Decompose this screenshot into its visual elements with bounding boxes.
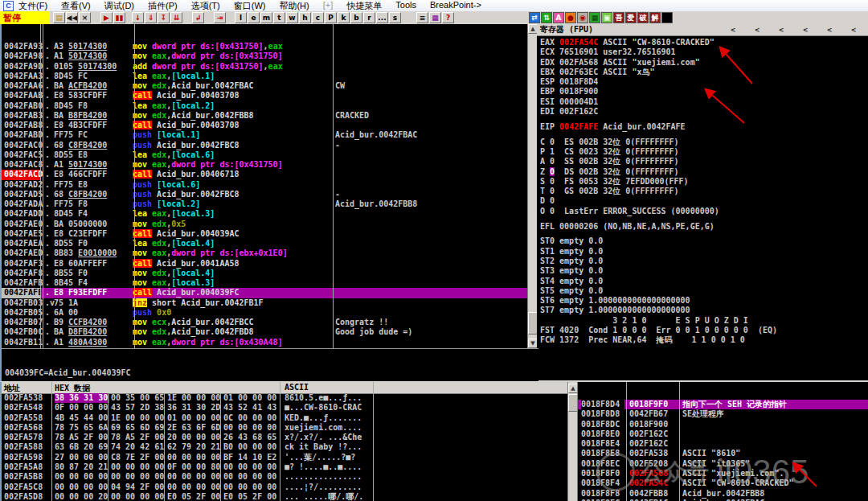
asm-row[interactable]: 0042FAEA.8D55 F0lea edx,[local.4] xyxy=(2,239,529,248)
dump-row[interactable]: 002FA5584B 45 44 001E 00 00 0001 00 00 0… xyxy=(2,413,569,423)
register-line[interactable]: ST4 empty 0.0 xyxy=(540,277,868,286)
column-divider[interactable] xyxy=(373,382,374,501)
dump-row[interactable]: 002FA53838 36 31 3000 35 00 651E 00 00 0… xyxy=(2,393,569,403)
menu-item-5[interactable]: 窗口(W) xyxy=(234,0,266,12)
asm-row[interactable]: 0042FACD.E8 466CFDFFcall Acid_bur.004067… xyxy=(2,170,529,179)
asm-row[interactable]: 0042FAF3.E8 60AFFEFFcall Acid_bur.0041AA… xyxy=(2,259,529,269)
register-line[interactable]: D 0 xyxy=(540,196,868,206)
toolbar-letter-h[interactable]: h xyxy=(299,12,311,23)
menu-item-6[interactable]: 帮助(H) xyxy=(279,0,309,12)
register-line[interactable]: EBP 0018F900 xyxy=(540,87,868,97)
info-pane[interactable]: 004039FC=Acid_bur.004039FC xyxy=(0,348,538,381)
column-divider[interactable] xyxy=(43,24,43,348)
asm-row[interactable]: 0042FABD.FF75 FCpush [local.1]Acid_bur.0… xyxy=(2,130,529,140)
toolbar-letter-k[interactable]: k xyxy=(338,12,350,23)
register-line[interactable]: C 0 ES 002B 32位 0(FFFFFFFF) xyxy=(540,138,868,147)
dump-row[interactable]: 002FA59827 00 00 00C8 7E 2F 0000 00 00 0… xyxy=(2,453,569,462)
menu-item-1[interactable]: 查看(V) xyxy=(61,0,91,12)
asm-row[interactable]: 0042FAF8.8B55 F0mov edx,[local.4] xyxy=(2,269,529,278)
toolbar-letter-w[interactable]: w xyxy=(286,12,298,23)
stack-row[interactable]: 0018F8E8002FA538ASCII "8610" xyxy=(578,449,868,458)
step-into-icon[interactable]: ↓ xyxy=(132,12,144,23)
asm-row[interactable]: 0042FB07.B9 CCFB4200mov ecx,Acid_bur.004… xyxy=(2,318,529,327)
registers-pane[interactable]: 寄存器 (FPU) <<<<<< EAX 002FA54C ASCII "CW-… xyxy=(537,24,868,380)
dump-row[interactable]: 002FA57878 A5 2F 0078 A5 2F 0020 00 00 0… xyxy=(2,433,569,442)
stack-row[interactable]: 0018F8E4002F162C xyxy=(578,439,868,449)
column-divider[interactable] xyxy=(51,382,52,501)
memory-dump-pane[interactable]: 地址 HEX 数据 ASCII 002FA53838 36 31 3000 35… xyxy=(0,382,569,501)
step-over-icon[interactable]: ⇓ xyxy=(145,12,157,23)
register-line[interactable]: O 0 LastErr ERROR_SUCCESS (00000000) xyxy=(540,207,868,216)
column-divider[interactable] xyxy=(40,24,41,348)
register-line[interactable]: EIP 0042FAFE Acid_bur.0042FAFE xyxy=(540,122,868,132)
register-line[interactable]: ST1 empty 0.0 xyxy=(540,247,868,257)
toolbar-letter-P[interactable]: P xyxy=(325,12,337,23)
fpu-switch-button[interactable]: < xyxy=(800,26,811,34)
fpu-switch-button[interactable]: < xyxy=(824,26,835,34)
black-box-icon[interactable] xyxy=(661,12,673,23)
asm-row[interactable]: 0042FAB3.BA B8FB4200mov edx,Acid_bur.004… xyxy=(2,111,529,121)
asm-row[interactable]: 0042FAD5.68 C8FB4200push Acid_bur.0042FB… xyxy=(2,190,529,199)
asm-row[interactable]: 0042FAE0.BA 05000000mov edx,0x5 xyxy=(2,220,529,229)
asm-row[interactable]: 0042FAFB.8B45 F4mov eax,[local.3] xyxy=(2,278,529,288)
toolbar-letter-l[interactable]: l xyxy=(235,12,247,23)
stack-row[interactable]: 0018F8F80042FBB8Acid_bur.0042FBB8 xyxy=(578,489,868,499)
stack-row[interactable]: 0018F8EC002F5208ASCII "it0365" xyxy=(578,459,868,469)
register-line[interactable]: ECX 76516901 user32.76516901 xyxy=(540,47,868,57)
asm-row[interactable]: 0042FAFE.E8 F93EFDFFcall Acid_bur.004039… xyxy=(2,288,529,298)
column-divider[interactable] xyxy=(108,393,108,501)
stack-pane[interactable]: 0018F8D40018F9F0指向下一个 SEH 记录的指针0018F8D80… xyxy=(577,382,868,501)
column-divider[interactable] xyxy=(626,382,627,501)
column-divider[interactable] xyxy=(280,382,280,501)
asm-row[interactable]: 0042FB05.6A 00push 0x0 xyxy=(2,308,529,318)
asm-row[interactable]: 0042FAE5.E8 C23EFDFFcall Acid_bur.004039… xyxy=(2,229,529,239)
target-plugin-icon[interactable]: ◉ xyxy=(577,12,588,23)
asm-row[interactable]: 0042FA98.A1 50174300mov eax,dword ptr ds… xyxy=(2,51,529,61)
asm-row[interactable]: 0042FB0C.BA D8FB4200mov edx,Acid_bur.004… xyxy=(2,327,529,337)
register-line[interactable]: ST3 empty 0.0 xyxy=(540,266,868,276)
windows-list-icon[interactable]: ▦ xyxy=(429,12,441,23)
register-line[interactable]: 3 2 1 0 E S P U O Z D I xyxy=(540,316,868,326)
help-icon[interactable]: ? xyxy=(442,12,454,23)
register-line[interactable]: A 0 SS 002B 32位 0(FFFFFFFF) xyxy=(540,157,868,166)
menu-item-4[interactable]: 选项(T) xyxy=(191,0,220,12)
stack-row[interactable]: 0018F8DC0018F900 xyxy=(578,420,868,429)
asm-row[interactable]: 0042FAC8.A1 50174300mov eax,dword ptr ds… xyxy=(2,160,529,170)
register-line[interactable]: FST 4020 Cond 1 0 0 0 Err 0 0 1 0 0 0 0 … xyxy=(540,326,868,335)
asm-row[interactable]: 0042FAB8.E8 4B3CFDFFcall Acid_bur.004037… xyxy=(2,121,529,130)
column-divider[interactable] xyxy=(679,382,680,501)
asm-row[interactable]: 0042FAB0.8D45 F8lea eax,[local.2] xyxy=(2,101,529,111)
toolbar-letter-e[interactable]: e xyxy=(248,12,260,23)
asm-row[interactable]: 0042FAA3.8D45 FClea eax,[local.1] xyxy=(2,72,529,81)
column-divider[interactable] xyxy=(333,24,334,348)
updown-plugin-icon[interactable]: ⇅ xyxy=(541,12,552,23)
register-line[interactable]: ST0 empty 0.0 xyxy=(540,236,868,246)
toolbar-letter-b[interactable]: b xyxy=(350,12,362,23)
register-line[interactable]: ST6 empty 1.0000000000000000000 xyxy=(540,296,868,306)
close-icon[interactable]: × xyxy=(79,12,91,23)
stack-row[interactable]: 0018F8F4002FA54CASCII "CW-8610-CRACKED" xyxy=(578,478,868,488)
fpu-switch-button[interactable]: < xyxy=(751,26,763,34)
menu-item-9[interactable]: Tools xyxy=(395,0,416,12)
asm-row[interactable]: 0042FADD.8D45 F4lea eax,[local.3] xyxy=(2,209,529,219)
run-icon[interactable]: ▶ xyxy=(100,12,113,23)
column-divider[interactable] xyxy=(134,24,135,348)
asm-row[interactable]: 0042FAED.8B83 E0010000mov eax,dword ptr … xyxy=(2,248,529,258)
cn-ai-icon[interactable]: 爱 xyxy=(625,12,637,23)
toolbar-letter-s[interactable]: s xyxy=(389,12,401,23)
register-line[interactable]: S 0 FS 0053 32位 7EFDD000(FFF) xyxy=(540,177,868,187)
menu-item-2[interactable]: 调试(D) xyxy=(104,0,134,12)
toolbar-letter-t[interactable]: t xyxy=(273,12,285,23)
disassembly-pane[interactable]: 0042FA93.A3 50174300mov dword ptr ds:[0x… xyxy=(0,24,529,348)
register-line[interactable]: ST7 empty 1.0000000000000000000 xyxy=(540,306,868,315)
record-plugin-icon[interactable]: ● xyxy=(565,12,576,23)
cn-jie-icon[interactable]: 解 xyxy=(649,12,661,23)
register-line[interactable]: ESI 000004D1 xyxy=(540,97,868,107)
register-line[interactable]: FCW 1372 Prec NEAR,64 掩码 1 1 0 0 1 0 xyxy=(540,335,868,345)
asm-row[interactable]: 0042FB03.v75 1Ajnz short Acid_bur.0042FB… xyxy=(2,298,529,308)
menu-item-3[interactable]: 插件(P) xyxy=(148,0,178,12)
monitor-plugin-icon[interactable]: ▣ xyxy=(601,12,612,23)
register-line[interactable]: EBX 002F63EC ASCII "x鸟" xyxy=(540,68,868,77)
stack-row[interactable]: 0018F8D80042FB67SE处理程序 xyxy=(578,409,868,419)
menu-item-0[interactable]: 文件(F) xyxy=(18,0,47,12)
